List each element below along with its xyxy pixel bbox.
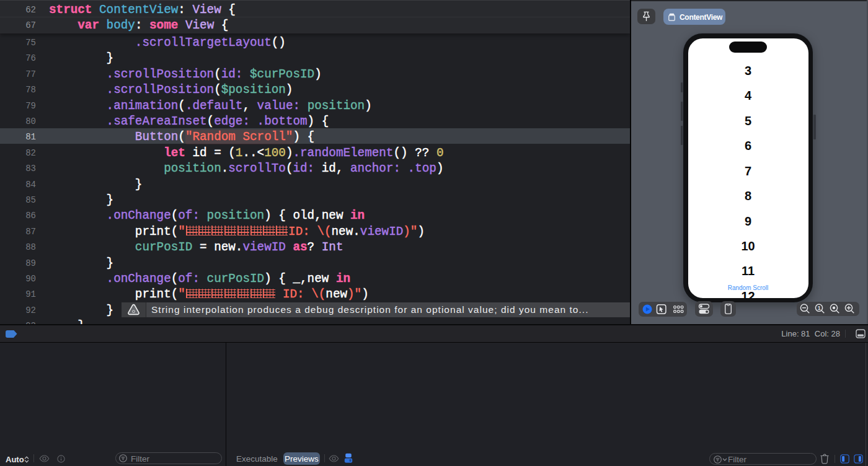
svg-text:1: 1 bbox=[818, 305, 821, 311]
